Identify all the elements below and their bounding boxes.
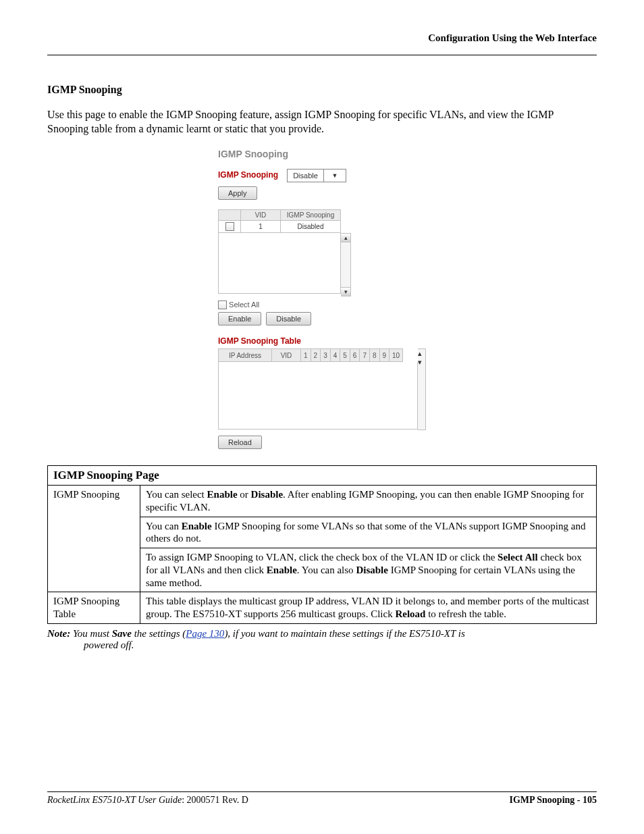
snoop-col-2: 2 — [311, 349, 321, 362]
desc-row1a: You can select Enable or Disable. After … — [140, 486, 597, 517]
scroll-down-icon: ▾ — [341, 287, 350, 296]
page-link[interactable]: Page 130 — [186, 628, 224, 639]
snoop-col-ip: IP Address — [219, 349, 272, 362]
vlan-table: VID IGMP Snooping 1 Disabled ▴ ▾ — [218, 209, 426, 296]
disable-button[interactable]: Disable — [266, 312, 311, 325]
snoop-col-vid: VID — [272, 349, 301, 362]
footer-left: RocketLinx ES7510-XT User Guide: 2000571… — [47, 795, 248, 806]
config-screenshot: IGMP Snooping IGMP Snooping Disable ▼ Ap… — [218, 149, 426, 450]
snoop-col-3: 3 — [321, 349, 331, 362]
section-intro: Use this page to enable the IGMP Snoopin… — [47, 108, 597, 136]
description-table: IGMP Snooping Page IGMP Snooping You can… — [47, 465, 597, 624]
apply-button[interactable]: Apply — [218, 186, 257, 200]
vlan-col-snoop: IGMP Snooping — [281, 209, 341, 220]
checkbox-icon — [225, 222, 234, 231]
snoop-col-4: 4 — [330, 349, 340, 362]
select-all-row: Select All — [218, 301, 426, 310]
desc-row1-label: IGMP Snooping — [48, 486, 140, 592]
vlan-row-snoop: Disabled — [281, 220, 341, 232]
shot-title: IGMP Snooping — [218, 149, 426, 159]
desc-row1b: You can Enable IGMP Snooping for some VL… — [140, 517, 597, 548]
snoop-col-5: 5 — [340, 349, 350, 362]
select-all-label: Select All — [229, 301, 259, 309]
chevron-down-icon: ▼ — [323, 170, 346, 182]
snoop-col-6: 6 — [350, 349, 360, 362]
desc-title: IGMP Snooping Page — [48, 466, 596, 486]
reload-button[interactable]: Reload — [218, 436, 262, 449]
snooping-select-value: Disable — [288, 172, 323, 180]
snooping-select[interactable]: Disable ▼ — [287, 169, 346, 182]
page-footer: RocketLinx ES7510-XT User Guide: 2000571… — [47, 791, 597, 806]
note-label: Note: — [47, 628, 70, 639]
snoop-table-title: IGMP Snooping Table — [218, 336, 301, 346]
vlan-row-check[interactable] — [219, 220, 241, 232]
scroll-up-icon: ▴ — [418, 349, 425, 358]
vlan-col-vid: VID — [241, 209, 281, 220]
snooping-label: IGMP Snooping — [218, 170, 278, 180]
scroll-down-icon: ▾ — [418, 358, 425, 367]
snoop-col-7: 7 — [360, 349, 370, 362]
desc-row2-label: IGMP Snooping Table — [48, 592, 140, 623]
snoop-col-1: 1 — [301, 349, 311, 362]
enable-button[interactable]: Enable — [218, 312, 261, 325]
snoop-table-header: IP Address VID 1 2 3 4 5 6 7 8 9 10 — [218, 348, 403, 362]
footer-right: IGMP Snooping - 105 — [509, 795, 597, 806]
scroll-up-icon: ▴ — [341, 234, 350, 242]
vlan-row-vid: 1 — [241, 220, 281, 232]
desc-row1c: To assign IGMP Snooping to VLAN, click t… — [140, 548, 597, 592]
snoop-scrollbar[interactable]: ▴ ▾ — [418, 348, 426, 430]
desc-row2: This table displays the multicast group … — [140, 592, 597, 623]
header-chapter: Configuration Using the Web Interface — [47, 32, 597, 45]
select-all-checkbox[interactable] — [218, 301, 227, 309]
vlan-scrollbar[interactable]: ▴ ▾ — [341, 233, 351, 296]
snoop-col-9: 9 — [379, 349, 390, 362]
snoop-table-body — [218, 362, 418, 429]
vlan-col-check — [219, 209, 241, 220]
header-rule — [47, 55, 597, 55]
snoop-col-8: 8 — [369, 349, 379, 362]
vlan-table-body — [218, 233, 341, 294]
snooping-setting-row: IGMP Snooping Disable ▼ — [218, 169, 426, 182]
note: Note: You must Save the settings (Page 1… — [47, 628, 597, 651]
snoop-col-10: 10 — [390, 349, 403, 362]
section-title: IGMP Snooping — [47, 84, 597, 96]
note-line2: powered off. — [47, 640, 597, 651]
